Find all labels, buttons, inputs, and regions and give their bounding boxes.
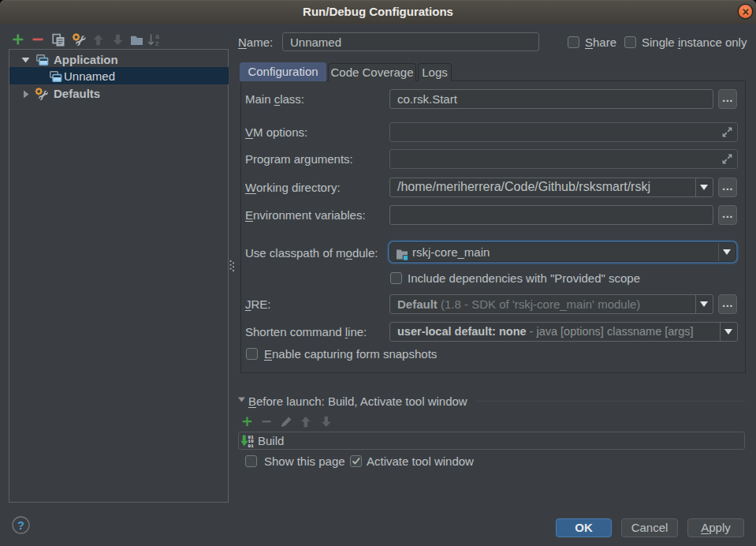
svg-text:?: ?: [17, 519, 24, 532]
svg-text:z: z: [155, 39, 159, 47]
svg-text:01: 01: [248, 443, 255, 447]
